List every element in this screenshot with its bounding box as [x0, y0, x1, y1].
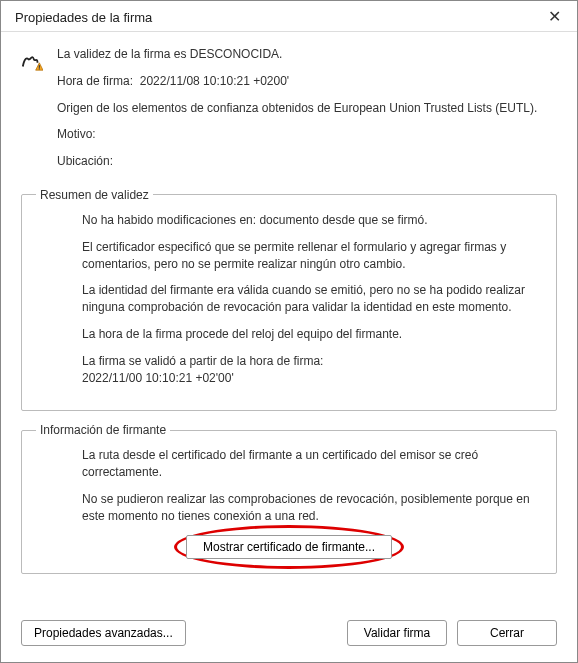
- signer-info-legend: Información de firmante: [36, 423, 170, 437]
- validity-summary-text: No ha habido modificaciones en: document…: [36, 212, 542, 386]
- signer-info-group: Información de firmante La ruta desde el…: [21, 423, 557, 573]
- signature-warning-icon: [21, 50, 43, 72]
- validity-status: La validez de la firma es DESCONOCIDA.: [57, 46, 537, 63]
- cert-chain-text: La ruta desde el certificado del firmant…: [82, 447, 542, 481]
- dialog-title: Propiedades de la firma: [15, 10, 152, 25]
- svg-rect-2: [39, 68, 40, 69]
- clock-text: La hora de la firma procede del reloj de…: [82, 326, 542, 343]
- sign-time: Hora de firma: 2022/11/08 10:10:21 +0200…: [57, 73, 537, 90]
- close-button[interactable]: Cerrar: [457, 620, 557, 646]
- location-label: Ubicación:: [57, 153, 537, 170]
- revocation-text: No se pudieron realizar las comprobacion…: [82, 491, 542, 525]
- reason-label: Motivo:: [57, 126, 537, 143]
- signature-properties-dialog: Propiedades de la firma ✕ La validez de …: [0, 0, 578, 663]
- top-text: La validez de la firma es DESCONOCIDA. H…: [57, 46, 537, 180]
- sign-time-label: Hora de firma:: [57, 74, 133, 88]
- trust-origin: Origen de los elementos de confianza obt…: [57, 100, 537, 117]
- titlebar: Propiedades de la firma ✕: [1, 1, 577, 32]
- dialog-content: La validez de la firma es DESCONOCIDA. H…: [1, 32, 577, 616]
- validity-summary-group: Resumen de validez No ha habido modifica…: [21, 188, 557, 411]
- validity-summary-legend: Resumen de validez: [36, 188, 153, 202]
- button-bar: Propiedades avanzadas... Validar firma C…: [1, 616, 577, 662]
- identity-text: La identidad del firmante era válida cua…: [82, 282, 542, 316]
- svg-rect-1: [39, 65, 40, 68]
- show-signer-certificate-button[interactable]: Mostrar certificado de firmante...: [186, 535, 392, 559]
- sign-time-value: 2022/11/08 10:10:21 +0200': [140, 74, 289, 88]
- right-buttons: Validar firma Cerrar: [347, 620, 557, 646]
- certifier-text: El certificador especificó que se permit…: [82, 239, 542, 273]
- close-icon[interactable]: ✕: [542, 9, 567, 25]
- validated-from: La firma se validó a partir de la hora d…: [82, 353, 542, 387]
- validated-time: 2022/11/00 10:10:21 +02'00': [82, 371, 234, 385]
- validate-signature-button[interactable]: Validar firma: [347, 620, 447, 646]
- signer-info-text: La ruta desde el certificado del firmant…: [36, 447, 542, 524]
- top-section: La validez de la firma es DESCONOCIDA. H…: [21, 46, 557, 180]
- show-cert-wrapper: Mostrar certificado de firmante...: [36, 535, 542, 559]
- no-modifications-text: No ha habido modificaciones en: document…: [82, 212, 542, 229]
- advanced-properties-button[interactable]: Propiedades avanzadas...: [21, 620, 186, 646]
